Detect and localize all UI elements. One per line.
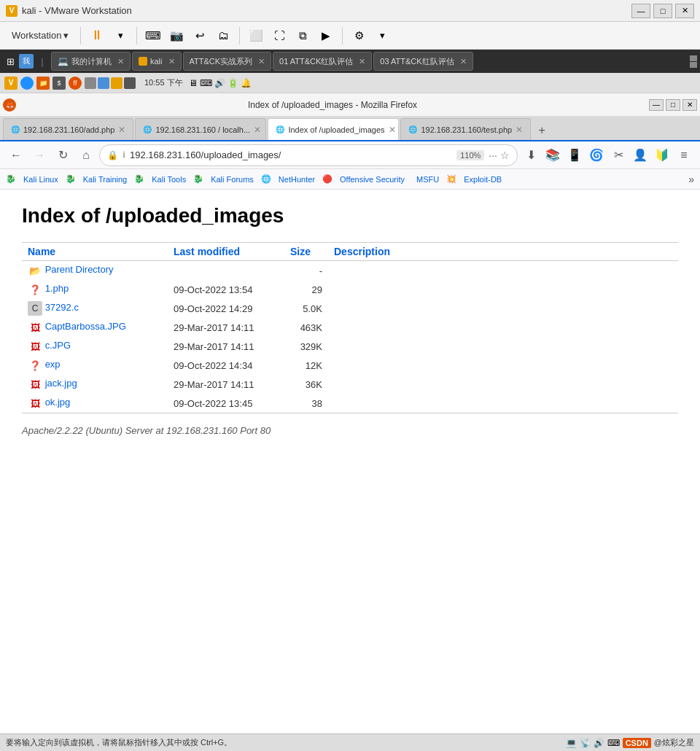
tab-2[interactable]: 🌐 Index of /uploaded_images ✕	[268, 118, 399, 140]
workstation-label: Workstation	[12, 30, 61, 41]
bookmark-5[interactable]: Offensive Security	[335, 174, 409, 185]
col-size-header[interactable]: Size	[290, 246, 311, 257]
tray-icon-5: 🔔	[241, 78, 252, 88]
taskbar-item-2[interactable]: ATT&CK实战系列 ✕	[183, 52, 272, 71]
home-button[interactable]: ⌂	[76, 145, 96, 166]
bookmarks-more[interactable]: »	[688, 174, 694, 185]
snapshot-button[interactable]: 📷	[166, 26, 187, 46]
more-icon[interactable]: ···	[489, 149, 497, 161]
taskbar-close-0[interactable]: ✕	[117, 57, 124, 66]
bookmark-0[interactable]: Kali Linux	[19, 174, 63, 185]
account-icon[interactable]: 👤	[630, 145, 650, 166]
bookmark-3[interactable]: Kali Forums	[206, 174, 258, 185]
browser-close[interactable]: ✕	[682, 99, 697, 111]
menu-button[interactable]: ≡	[674, 145, 694, 166]
file-link-1[interactable]: 37292.c	[45, 302, 79, 313]
vmware-small-icon: V	[4, 77, 18, 90]
col-modified-header[interactable]: Last modified	[174, 246, 240, 257]
bookmark-2[interactable]: Kali Tools	[147, 174, 190, 185]
bm-icon-0: 🐉	[6, 174, 16, 184]
bookmark-1[interactable]: Kali Training	[79, 174, 132, 185]
scroll-down-icon	[690, 62, 697, 68]
taskbar-close-4[interactable]: ✕	[460, 57, 467, 66]
taskbar-item-1[interactable]: kali ✕	[132, 52, 182, 71]
tab-1[interactable]: 🌐 192.168.231.160 / localh... ✕	[135, 118, 266, 140]
icon-4[interactable]	[124, 77, 136, 89]
settings-button[interactable]: ⚙	[349, 26, 369, 46]
taskbar-item-0[interactable]: 💻 我的计算机 ✕	[51, 52, 131, 71]
tab-close-2[interactable]: ✕	[389, 125, 396, 135]
address-text[interactable]: 192.168.231.160/uploaded_images/	[130, 149, 452, 160]
tab-0[interactable]: 🌐 192.168.231.160/add.php ✕	[3, 118, 133, 140]
window-controls: — □ ✕	[631, 4, 694, 18]
close-button[interactable]: ✕	[675, 4, 694, 18]
fit-guest-button[interactable]: ⬜	[246, 26, 266, 46]
taskbar-item-4[interactable]: 03 ATT&CK红队评估 ✕	[373, 52, 472, 71]
forward-button[interactable]: →	[29, 145, 50, 166]
settings-dropdown[interactable]: ▾	[372, 26, 392, 46]
taskbar-item-label-0: 我的计算机	[71, 56, 112, 67]
minimize-button[interactable]: —	[631, 4, 650, 18]
tab-close-1[interactable]: ✕	[254, 125, 261, 135]
taskbar-close-1[interactable]: ✕	[168, 57, 175, 66]
pause-button[interactable]: ⏸	[87, 26, 107, 46]
address-bar[interactable]: 🔒 ℹ 192.168.231.160/uploaded_images/ 110…	[99, 144, 518, 166]
pause-dropdown[interactable]: ▾	[110, 26, 131, 46]
synced-tabs-button[interactable]: 📱	[564, 145, 585, 166]
col-desc-header[interactable]: Description	[334, 246, 390, 257]
screenshots-button[interactable]: ✂	[608, 145, 629, 166]
file-link-5[interactable]: jack.jpg	[45, 378, 77, 389]
back-button[interactable]: ←	[6, 145, 26, 166]
unity-button[interactable]: ⧉	[292, 26, 313, 46]
full-screen-button[interactable]: ⛶	[269, 26, 289, 46]
file-link-0[interactable]: 1.php	[45, 283, 69, 294]
icon-3[interactable]	[111, 77, 122, 89]
bookmark-6[interactable]: MSFU	[412, 174, 443, 185]
snapshot-manager-button[interactable]: 🗂	[213, 26, 233, 46]
workstation-menu[interactable]: Workstation ▾	[6, 27, 74, 44]
console-button[interactable]: ▶	[316, 26, 336, 46]
toolbar-separator-4	[342, 27, 343, 44]
send-ctrlaltdel-button[interactable]: ⌨	[143, 26, 163, 46]
revert-button[interactable]: ↩	[190, 26, 210, 46]
tab-close-0[interactable]: ✕	[118, 125, 125, 135]
icon-2[interactable]	[98, 77, 109, 89]
file-link-2[interactable]: CaptBarbossa.JPG	[45, 321, 126, 332]
tab-close-3[interactable]: ✕	[516, 125, 523, 135]
kali-dragon-icon[interactable]	[20, 77, 34, 90]
bookmark-icon[interactable]: ☆	[500, 149, 510, 161]
new-tab-button[interactable]: +	[532, 121, 551, 140]
taskbar-item-3[interactable]: 01 ATT&CK红队评估 ✕	[273, 52, 372, 71]
file-link-4[interactable]: exp	[45, 359, 61, 370]
shield-icon[interactable]: 🔰	[652, 145, 672, 166]
browser-maximize[interactable]: □	[666, 99, 680, 111]
parent-dir-link[interactable]: Parent Directory	[45, 264, 114, 275]
maximize-button[interactable]: □	[653, 4, 672, 18]
bookmark-7[interactable]: Exploit-DB	[459, 174, 506, 185]
tab-3[interactable]: 🌐 192.168.231.160/test.php ✕	[400, 118, 531, 140]
start-icon[interactable]: ⊞	[3, 54, 18, 69]
terminal-icon[interactable]: $	[52, 77, 66, 90]
col-name-header[interactable]: Name	[28, 246, 55, 257]
pocket-button[interactable]: 🌀	[586, 145, 607, 166]
firefox-icon[interactable]: ff	[69, 77, 82, 90]
reload-button[interactable]: ↻	[52, 145, 73, 166]
taskbar-quick-1[interactable]: 我	[19, 54, 34, 69]
icon-1[interactable]	[85, 77, 96, 89]
library-button[interactable]: 📚	[542, 145, 563, 166]
address-bar-icons: ··· ☆	[489, 149, 510, 161]
file-modified-0: 09-Oct-2022 13:54	[168, 280, 284, 299]
browser-minimize[interactable]: —	[649, 99, 664, 111]
taskbar-close-3[interactable]: ✕	[359, 57, 365, 66]
file-modified-5: 29-Mar-2017 14:11	[168, 375, 284, 394]
security-icon: 🔒	[107, 150, 118, 160]
taskbar-close-2[interactable]: ✕	[258, 57, 265, 66]
firefox-app-icon: 🦊	[3, 98, 16, 112]
fit-icon: ⬜	[249, 29, 263, 42]
file-link-6[interactable]: ok.jpg	[45, 397, 71, 408]
bookmark-4[interactable]: NetHunter	[274, 174, 319, 185]
downloads-button[interactable]: ⬇	[521, 145, 541, 166]
taskbar-scroll-arrows[interactable]	[690, 55, 697, 68]
file-manager-icon[interactable]: 📁	[36, 77, 50, 90]
file-link-3[interactable]: c.JPG	[45, 340, 71, 351]
